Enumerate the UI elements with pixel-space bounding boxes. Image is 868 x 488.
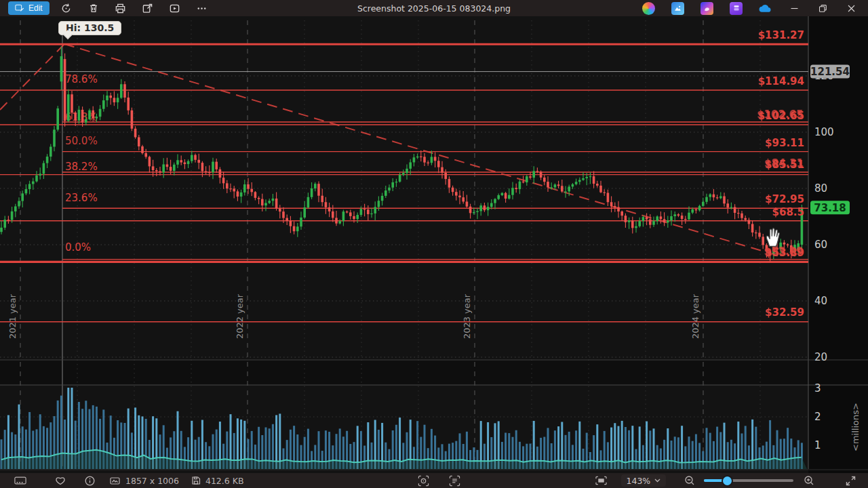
svg-text:0.0%: 0.0%: [65, 241, 91, 253]
svg-text:$131.27: $131.27: [758, 29, 804, 41]
svg-text:$114.94: $114.94: [758, 75, 804, 87]
svg-text:2023 year: 2023 year: [462, 293, 472, 339]
high-tooltip-text: Hi: 130.5: [66, 22, 114, 33]
designer-icon[interactable]: [701, 2, 713, 15]
favorite-icon[interactable]: [51, 476, 70, 485]
statusbar: 1857 x 1006 412.6 KB 143%: [0, 473, 868, 488]
fit-to-window-icon[interactable]: [591, 476, 612, 485]
restore-button[interactable]: [808, 0, 837, 16]
svg-text:2022 year: 2022 year: [235, 293, 245, 339]
svg-text:$85.51: $85.51: [765, 159, 804, 171]
gray-price-badge: 121.54: [810, 65, 850, 79]
delete-icon[interactable]: [83, 1, 104, 16]
zoom-slider-thumb[interactable]: [722, 475, 733, 487]
zoom-in-icon[interactable]: [800, 475, 818, 486]
svg-text:$102.65: $102.65: [758, 110, 804, 122]
svg-text:38.2%: 38.2%: [65, 161, 98, 173]
file-size-icon: [191, 476, 201, 485]
zoom-out-icon[interactable]: [681, 475, 698, 486]
file-size: 412.6 KB: [205, 476, 244, 486]
svg-text:20: 20: [814, 351, 827, 363]
fullscreen-icon[interactable]: [841, 476, 860, 486]
svg-text:23.6%: 23.6%: [65, 192, 98, 204]
slideshow-icon[interactable]: [165, 1, 185, 16]
svg-text:78.6%: 78.6%: [65, 73, 98, 85]
edit-button-label: Edit: [28, 3, 43, 13]
svg-text:$93.11: $93.11: [765, 137, 804, 149]
svg-text:2021 year: 2021 year: [7, 293, 18, 339]
image-dimensions: 1857 x 1006: [125, 476, 179, 486]
svg-text:121.54: 121.54: [810, 66, 850, 78]
svg-text:$53.89: $53.89: [765, 247, 804, 259]
stock-chart-image: 61.8%50.0%78.6%38.2%23.6%0.0%$131.27$114…: [0, 16, 868, 473]
filmstrip-icon[interactable]: [11, 476, 30, 485]
last-price-badge: 73.18: [810, 201, 850, 214]
photos-icon[interactable]: [671, 2, 684, 15]
text-actions-icon[interactable]: [445, 475, 465, 487]
svg-text:3: 3: [814, 382, 821, 394]
candle: [56, 106, 59, 131]
print-icon[interactable]: [111, 1, 131, 16]
svg-text:2024 year: 2024 year: [690, 293, 701, 339]
svg-text:$32.59: $32.59: [765, 306, 804, 319]
onedrive-icon[interactable]: [759, 2, 772, 15]
edit-button[interactable]: Edit: [8, 1, 50, 15]
candle: [64, 54, 66, 127]
svg-text:1: 1: [814, 439, 821, 451]
share-icon[interactable]: [138, 1, 158, 16]
svg-text:73.18: 73.18: [814, 202, 846, 214]
svg-text:50.0%: 50.0%: [65, 135, 98, 147]
candle: [131, 108, 134, 131]
svg-text:60: 60: [814, 239, 827, 251]
chart-background: [0, 16, 868, 473]
svg-text:100: 100: [814, 126, 834, 138]
zoom-level-value: 143%: [627, 476, 651, 486]
zoom-slider[interactable]: [704, 476, 793, 485]
titlebar-tools: Edit: [0, 1, 212, 16]
image-viewer-canvas[interactable]: 61.8%50.0%78.6%38.2%23.6%0.0%$131.27$114…: [0, 16, 868, 473]
copilot-icon[interactable]: [642, 2, 655, 15]
close-button[interactable]: [837, 0, 865, 16]
high-tooltip: Hi: 130.5: [58, 21, 121, 35]
info-icon[interactable]: [80, 476, 99, 486]
chevron-down-icon: [654, 479, 660, 483]
dimensions-icon: [110, 476, 120, 485]
svg-text:2: 2: [814, 411, 821, 423]
svg-text:80: 80: [814, 182, 827, 195]
visual-search-icon[interactable]: [414, 475, 434, 487]
clipchamp-icon[interactable]: [730, 2, 743, 15]
svg-text:$68.5: $68.5: [772, 206, 804, 218]
zoom-level-dropdown[interactable]: 143%: [621, 474, 667, 487]
svg-text:$72.95: $72.95: [765, 193, 804, 205]
minimize-button[interactable]: [780, 0, 808, 16]
edit-icon: [15, 3, 24, 13]
rotate-icon[interactable]: [56, 1, 77, 16]
titlebar-right: [634, 0, 868, 16]
volume-axis-unit: <millions>: [850, 403, 861, 451]
svg-text:40: 40: [814, 295, 827, 307]
more-icon[interactable]: [192, 1, 212, 16]
titlebar: Edit: [0, 0, 868, 16]
